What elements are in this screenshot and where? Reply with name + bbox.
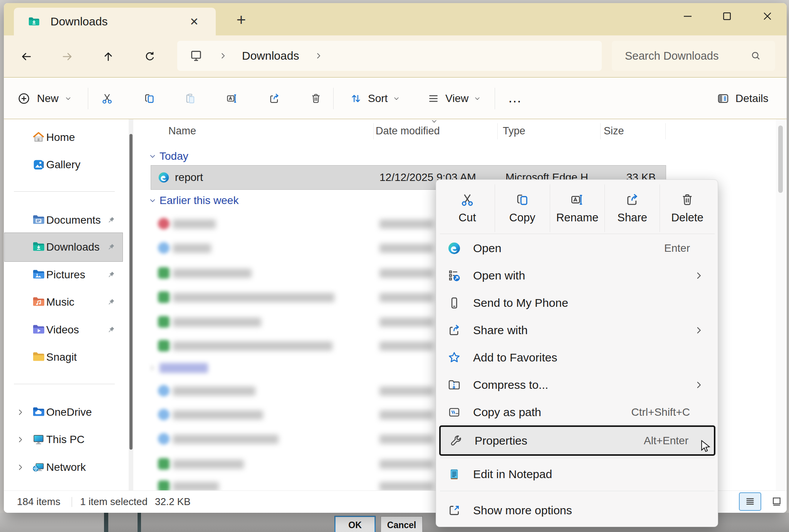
ok-button[interactable]: OK — [335, 516, 375, 532]
view-button[interactable]: View — [428, 79, 481, 119]
minimize-button[interactable] — [675, 7, 700, 25]
up-icon[interactable] — [102, 51, 114, 62]
chevron-icon-blurred[interactable] — [149, 365, 156, 371]
back-icon[interactable] — [20, 51, 32, 62]
chevron-down-icon — [393, 95, 400, 102]
group-header-last-week-redacted[interactable] — [149, 362, 208, 374]
sidebar-item-videos[interactable]: Videos — [6, 318, 122, 342]
paste-icon — [185, 93, 196, 104]
column-header-size[interactable]: Size — [604, 119, 624, 142]
this-pc-monitor-icon[interactable] — [190, 49, 203, 62]
menu-divider — [440, 234, 715, 234]
column-divider[interactable] — [665, 123, 666, 139]
chevron-right-icon[interactable] — [16, 408, 25, 417]
menu-item-label: Add to Favorites — [473, 351, 557, 364]
sidebar-item-network[interactable]: Network — [6, 455, 122, 479]
doc-file-icon-blurred — [158, 409, 170, 420]
sidebar-item-downloads[interactable]: Downloads — [6, 235, 122, 259]
redacted-date — [379, 435, 433, 444]
context-menu: Cut Copy Rename Share Delete Open Enter … — [436, 179, 718, 527]
menu-item-send-to-my-phone[interactable]: Send to My Phone — [439, 289, 715, 316]
thumbnail-view-toggle[interactable] — [765, 492, 787, 511]
new-button[interactable]: New — [18, 79, 72, 119]
search-icon[interactable] — [750, 50, 761, 61]
cancel-button[interactable]: Cancel — [381, 516, 423, 532]
column-header-type[interactable]: Type — [503, 119, 525, 142]
edge-icon — [448, 242, 461, 255]
cut-icon[interactable] — [101, 93, 113, 104]
menu-item-show-more-options[interactable]: Show more options — [439, 497, 715, 524]
copy-icon[interactable] — [144, 93, 155, 104]
group-header-earlier-this-week[interactable]: Earlier this week — [149, 194, 238, 207]
copy-button[interactable]: Copy — [495, 184, 550, 232]
menu-item-open[interactable]: Open Enter — [439, 234, 715, 262]
scrollbar-thumb[interactable] — [778, 125, 783, 193]
share-icon[interactable] — [269, 93, 280, 104]
sidebar-item-this-pc[interactable]: This PC — [6, 428, 122, 452]
background-area — [0, 513, 104, 532]
menu-item-share-with[interactable]: Share with — [439, 316, 715, 344]
tab-close-button[interactable]: ✕ — [186, 14, 202, 29]
column-divider[interactable] — [497, 123, 498, 139]
delete-button[interactable]: Delete — [660, 184, 715, 232]
quick-action-label: Rename — [556, 211, 599, 224]
new-tab-button[interactable]: + — [232, 11, 250, 29]
share-button[interactable]: Share — [605, 184, 660, 232]
column-divider[interactable] — [373, 123, 374, 139]
chevron-down-icon[interactable] — [149, 197, 156, 204]
sidebar-item-home[interactable]: Home — [6, 125, 122, 149]
doc-file-icon-blurred — [158, 385, 170, 396]
rename-icon[interactable] — [226, 93, 238, 104]
star-icon — [448, 351, 461, 364]
breadcrumb[interactable]: Downloads — [177, 41, 602, 71]
group-header-today[interactable]: Today — [149, 150, 188, 162]
file-list-scrollbar[interactable] — [776, 119, 785, 490]
details-view-toggle[interactable] — [739, 492, 761, 511]
pin-icon — [106, 243, 116, 252]
menu-item-label: Show more options — [473, 504, 572, 517]
menu-item-shortcut: Ctrl+Shift+C — [631, 406, 690, 418]
chevron-right-icon[interactable] — [314, 52, 323, 60]
close-button[interactable] — [755, 7, 780, 25]
menu-item-edit-in-notepad[interactable]: Edit in Notepad — [439, 460, 715, 488]
more-options-button[interactable]: … — [508, 79, 522, 117]
redacted-file-name — [173, 244, 211, 253]
sort-button-label: Sort — [368, 92, 388, 105]
tab-downloads[interactable]: Downloads ✕ — [14, 8, 216, 35]
refresh-icon[interactable] — [144, 51, 156, 62]
details-pane-button[interactable]: Details — [717, 79, 769, 119]
sidebar-item-music[interactable]: Music — [6, 290, 122, 314]
chevron-down-icon[interactable] — [149, 152, 156, 160]
scrollbar-thumb[interactable] — [129, 134, 133, 450]
sort-button[interactable]: Sort — [350, 79, 400, 119]
redacted-date — [379, 293, 433, 302]
home-icon — [32, 131, 45, 144]
breadcrumb-item-downloads[interactable]: Downloads — [242, 49, 299, 62]
sidebar-item-pictures[interactable]: Pictures — [6, 263, 122, 287]
group-label-redacted — [159, 363, 208, 373]
open-with-icon — [448, 269, 461, 282]
sidebar-item-label: OneDrive — [46, 406, 92, 418]
sidebar-item-gallery[interactable]: Gallery — [6, 153, 122, 177]
forward-icon[interactable] — [62, 51, 73, 62]
search-input[interactable]: Search Downloads — [612, 41, 775, 71]
sidebar-scrollbar[interactable] — [129, 119, 133, 490]
delete-icon[interactable] — [310, 93, 322, 104]
chevron-right-icon[interactable] — [16, 463, 25, 472]
maximize-button[interactable] — [714, 7, 740, 25]
sidebar-item-snagit[interactable]: Snagit — [6, 345, 122, 369]
chevron-right-icon[interactable] — [16, 435, 25, 444]
column-header-date-modified[interactable]: Date modified — [376, 119, 440, 142]
menu-item-add-to-favorites[interactable]: Add to Favorites — [439, 344, 715, 371]
column-header-name[interactable]: Name — [168, 119, 196, 142]
menu-item-properties[interactable]: Properties Alt+Enter — [439, 425, 715, 456]
menu-item-compress-to[interactable]: Compress to... — [439, 371, 715, 398]
rename-button[interactable]: Rename — [550, 184, 605, 232]
sidebar-item-onedrive[interactable]: OneDrive — [6, 400, 122, 424]
menu-item-copy-as-path[interactable]: Copy as path Ctrl+Shift+C — [439, 398, 715, 426]
documents-folder-icon — [32, 214, 45, 226]
sidebar-item-documents[interactable]: Documents — [6, 208, 122, 232]
cut-button[interactable]: Cut — [440, 184, 495, 232]
column-divider[interactable] — [600, 123, 601, 139]
menu-item-open-with[interactable]: Open with — [439, 262, 715, 289]
